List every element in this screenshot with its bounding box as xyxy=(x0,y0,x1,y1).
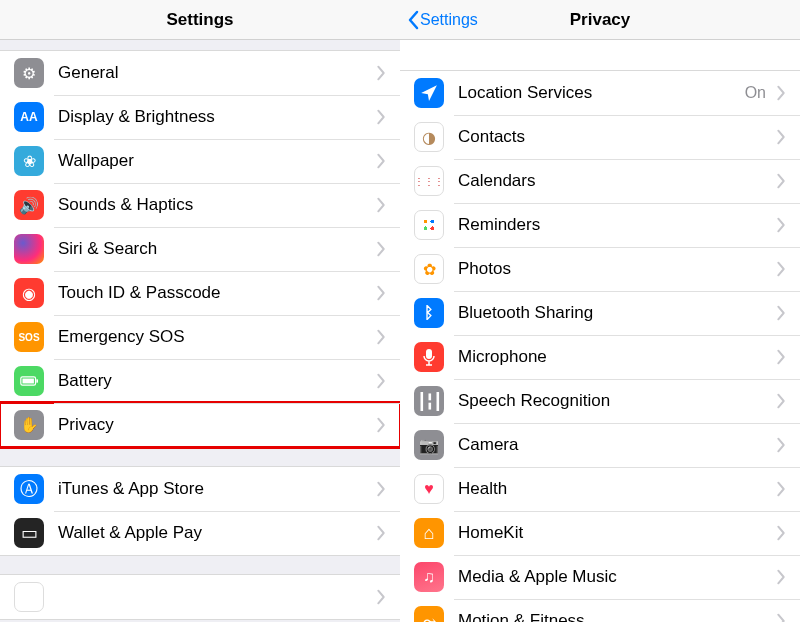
chevron-right-icon xyxy=(772,172,790,190)
hand-icon: ✋ xyxy=(14,410,44,440)
row-value: On xyxy=(745,84,766,102)
row-location-services[interactable]: Location ServicesOn xyxy=(400,71,800,115)
row-sounds-haptics[interactable]: 🔊Sounds & Haptics xyxy=(0,183,400,227)
privacy-navbar: Settings Privacy xyxy=(400,0,800,40)
settings-list[interactable]: ⚙︎GeneralAADisplay & Brightness❀Wallpape… xyxy=(0,40,400,622)
chevron-right-icon xyxy=(772,348,790,366)
row-label: Sounds & Haptics xyxy=(58,195,372,215)
privacy-list[interactable]: Location ServicesOn◑Contacts⋮⋮⋮Calendars… xyxy=(400,40,800,622)
back-label: Settings xyxy=(420,11,478,29)
battery-icon xyxy=(14,366,44,396)
settings-group xyxy=(0,574,400,620)
svg-rect-1 xyxy=(36,379,38,382)
chevron-right-icon xyxy=(772,480,790,498)
chevron-right-icon xyxy=(372,588,390,606)
chevron-right-icon xyxy=(372,524,390,542)
row-wallpaper[interactable]: ❀Wallpaper xyxy=(0,139,400,183)
row-label: Health xyxy=(458,479,772,499)
row-display-brightness[interactable]: AADisplay & Brightness xyxy=(0,95,400,139)
row-label: Wallet & Apple Pay xyxy=(58,523,372,543)
chevron-right-icon xyxy=(372,108,390,126)
back-button[interactable]: Settings xyxy=(406,10,478,30)
chevron-right-icon xyxy=(372,372,390,390)
row-itunes-app-store[interactable]: ⒶiTunes & App Store xyxy=(0,467,400,511)
row-label: Touch ID & Passcode xyxy=(58,283,372,303)
siri-icon xyxy=(14,234,44,264)
row-battery[interactable]: Battery xyxy=(0,359,400,403)
chevron-right-icon xyxy=(372,480,390,498)
row-label: HomeKit xyxy=(458,523,772,543)
chevron-right-icon xyxy=(772,436,790,454)
row-touch-id-passcode[interactable]: ◉Touch ID & Passcode xyxy=(0,271,400,315)
row-siri-search[interactable]: Siri & Search xyxy=(0,227,400,271)
settings-navbar: Settings xyxy=(0,0,400,40)
chevron-right-icon xyxy=(772,612,790,622)
privacy-title: Privacy xyxy=(570,10,631,30)
row-media-apple-music[interactable]: ♫Media & Apple Music xyxy=(400,555,800,599)
calendar-icon: ⋮⋮⋮ xyxy=(414,166,444,196)
row-camera[interactable]: 📷Camera xyxy=(400,423,800,467)
row-[interactable] xyxy=(0,575,400,619)
row-label: Calendars xyxy=(458,171,772,191)
row-wallet-apple-pay[interactable]: ▭Wallet & Apple Pay xyxy=(0,511,400,555)
row-privacy[interactable]: ✋Privacy xyxy=(0,403,400,447)
row-bluetooth-sharing[interactable]: ᛒBluetooth Sharing xyxy=(400,291,800,335)
photos-icon: ✿ xyxy=(414,254,444,284)
row-label: Speech Recognition xyxy=(458,391,772,411)
row-label: iTunes & App Store xyxy=(58,479,372,499)
row-label: General xyxy=(58,63,372,83)
row-label: Reminders xyxy=(458,215,772,235)
row-microphone[interactable]: Microphone xyxy=(400,335,800,379)
row-label: Camera xyxy=(458,435,772,455)
row-calendars[interactable]: ⋮⋮⋮Calendars xyxy=(400,159,800,203)
fingerprint-icon: ◉ xyxy=(14,278,44,308)
row-photos[interactable]: ✿Photos xyxy=(400,247,800,291)
camera-icon: 📷 xyxy=(414,430,444,460)
row-label: Battery xyxy=(58,371,372,391)
row-label: Siri & Search xyxy=(58,239,372,259)
row-emergency-sos[interactable]: SOSEmergency SOS xyxy=(0,315,400,359)
row-label: Bluetooth Sharing xyxy=(458,303,772,323)
row-label: Microphone xyxy=(458,347,772,367)
row-label: Wallpaper xyxy=(58,151,372,171)
location-icon xyxy=(414,78,444,108)
chevron-right-icon xyxy=(372,196,390,214)
row-label: Emergency SOS xyxy=(58,327,372,347)
row-contacts[interactable]: ◑Contacts xyxy=(400,115,800,159)
waveform-icon: ┃╏┃ xyxy=(414,386,444,416)
chevron-right-icon xyxy=(772,84,790,102)
microphone-icon xyxy=(414,342,444,372)
heart-icon: ♥ xyxy=(414,474,444,504)
sos-icon: SOS xyxy=(14,322,44,352)
reminders-icon xyxy=(414,210,444,240)
row-speech-recognition[interactable]: ┃╏┃Speech Recognition xyxy=(400,379,800,423)
row-motion-fitness[interactable]: ⤳Motion & Fitness xyxy=(400,599,800,622)
chevron-right-icon xyxy=(772,568,790,586)
row-reminders[interactable]: Reminders xyxy=(400,203,800,247)
row-health[interactable]: ♥Health xyxy=(400,467,800,511)
gear-icon: ⚙︎ xyxy=(14,58,44,88)
settings-group: ⚙︎GeneralAADisplay & Brightness❀Wallpape… xyxy=(0,50,400,448)
row-homekit[interactable]: ⌂HomeKit xyxy=(400,511,800,555)
privacy-screen: Settings Privacy Location ServicesOn◑Con… xyxy=(400,0,800,622)
svg-rect-2 xyxy=(22,379,33,384)
chevron-right-icon xyxy=(372,152,390,170)
chevron-right-icon xyxy=(372,64,390,82)
speaker-icon: 🔊 xyxy=(14,190,44,220)
settings-title: Settings xyxy=(166,10,233,30)
chevron-right-icon xyxy=(772,524,790,542)
row-label: Photos xyxy=(458,259,772,279)
row-general[interactable]: ⚙︎General xyxy=(0,51,400,95)
settings-screen: Settings ⚙︎GeneralAADisplay & Brightness… xyxy=(0,0,400,622)
wallet-icon: ▭ xyxy=(14,518,44,548)
chevron-right-icon xyxy=(772,260,790,278)
row-label: Media & Apple Music xyxy=(458,567,772,587)
chevron-right-icon xyxy=(372,416,390,434)
blank-icon xyxy=(14,582,44,612)
row-label: Motion & Fitness xyxy=(458,611,772,622)
appstore-icon: Ⓐ xyxy=(14,474,44,504)
chevron-right-icon xyxy=(772,304,790,322)
row-label: Privacy xyxy=(58,415,372,435)
chevron-right-icon xyxy=(372,240,390,258)
privacy-group: Location ServicesOn◑Contacts⋮⋮⋮Calendars… xyxy=(400,70,800,622)
